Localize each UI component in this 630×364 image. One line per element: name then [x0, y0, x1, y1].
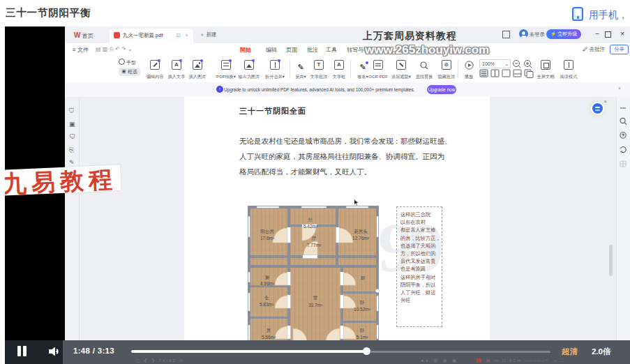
svg-text:12.76m²: 12.76m² [352, 236, 370, 241]
svg-text:厕: 厕 [265, 275, 270, 280]
svg-text:5.42m²: 5.42m² [303, 224, 318, 229]
svg-text:堂: 堂 [313, 295, 318, 301]
svg-text:5.83m²: 5.83m² [260, 302, 274, 307]
svg-text:房: 房 [267, 328, 271, 333]
svg-text:7.77m²: 7.77m² [307, 243, 322, 248]
svg-text:卧: 卧 [360, 328, 365, 333]
svg-text:5.1m²: 5.1m² [357, 335, 368, 340]
svg-text:17.6m²: 17.6m² [260, 236, 275, 241]
svg-text:阳台房: 阳台房 [260, 229, 274, 234]
svg-text:卧: 卧 [360, 300, 365, 305]
svg-text:33.7m²: 33.7m² [308, 303, 323, 308]
svg-text:仓: 仓 [264, 295, 269, 300]
svg-text:10.52m²: 10.52m² [354, 307, 371, 312]
svg-text:灶: 灶 [308, 217, 313, 222]
svg-text:厨: 厨 [361, 275, 366, 280]
svg-text:4.99m²: 4.99m² [260, 281, 275, 286]
svg-text:5.56m²: 5.56m² [262, 335, 276, 340]
svg-text:新房头: 新房头 [354, 229, 368, 234]
svg-text:厅: 厅 [312, 236, 317, 241]
